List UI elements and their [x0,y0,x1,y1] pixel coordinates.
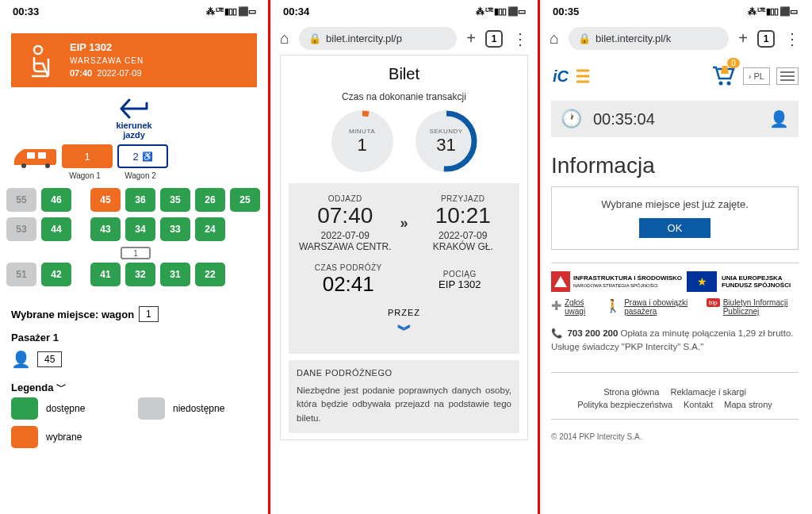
seat[interactable]: 42 [41,263,71,286]
language-selector[interactable]: › PL [743,67,770,85]
seat[interactable]: 44 [41,217,71,241]
seat[interactable]: 36 [125,188,155,212]
transaction-timer-label: Czas na dokonanie transakcji [281,91,527,102]
seat[interactable]: 26 [195,188,225,212]
bip-icon: bip [707,298,720,307]
hamburger-menu[interactable] [776,67,799,85]
seat[interactable]: 33 [160,217,190,241]
seat: 53 [6,217,36,241]
funding-text: UNIA EUROPEJSKA [722,274,783,282]
cart-button[interactable]: 0 [710,63,737,90]
seat-selected[interactable]: 45 [90,188,121,212]
tab-count[interactable]: 1 [757,30,775,48]
passenger-seat-number: 45 [37,351,62,367]
feedback-icon: ✚ [551,298,561,313]
footer-link[interactable]: Reklamacje i skargi [670,387,745,397]
timer-minutes: MINUTA 1 [331,110,393,172]
home-icon[interactable]: ⌂ [280,29,289,48]
footer-link[interactable]: Strona główna [603,387,659,397]
seat[interactable]: 25 [230,188,260,212]
svg-point-0 [34,46,42,54]
seat-map: 55 46 45 36 35 26 25 53 44 43 34 33 24 1… [0,180,268,300]
status-time: 00:35 [553,6,579,17]
expand-icon[interactable]: ︾ [295,320,513,339]
legend-title[interactable]: Legenda ﹀ [0,372,268,397]
seat[interactable]: 24 [195,217,225,241]
browser-toolbar: ⌂ 🔒 bilet.intercity.pl/k + 1 ⋮ [540,22,810,55]
train-id: EIP 1302 [70,41,246,53]
svg-point-8 [718,82,722,86]
selected-seat-summary: Wybrane miejsce: wagon 1 [0,300,268,328]
journey-header-text: EIP 1302 WARSZAWA CEN 07:40 2022-07-09 [70,41,246,78]
passenger-seat-row: 👤 45 [0,347,268,372]
train-car-selector: 1 2♿ [0,144,268,168]
url-bar[interactable]: 🔒 bilet.intercity.pl/k [569,27,729,50]
cart-count: 0 [727,58,740,68]
status-icons: ⁂ ᴸᵀᴱ ▮▯▯ ⬛▭ [206,6,255,17]
seat: 51 [6,263,36,286]
tab-count[interactable]: 1 [485,30,503,48]
seat[interactable]: 43 [90,217,121,241]
wagon-2-button[interactable]: 2♿ [117,144,168,168]
person-icon: 👤 [11,350,31,369]
seat-icon [22,41,60,79]
lock-icon: 🔒 [308,33,321,44]
feedback-link[interactable]: ✚Zgłoś uwagi [551,298,594,316]
home-icon[interactable]: ⌂ [550,29,559,48]
menu-icon[interactable]: ⋮ [512,29,528,48]
new-tab-icon[interactable]: + [466,29,476,48]
legend-label: niedostępne [173,403,257,414]
clock-icon: 🕐 [561,109,582,129]
seat[interactable]: 34 [125,217,155,241]
rights-link[interactable]: 🚶Prawa i obowiązki pasażera [605,298,695,316]
traveler-text: Niezbędne jest podanie poprawnych danych… [297,384,511,425]
wagon-1-label: Wagon 1 [57,171,113,180]
browser-toolbar: ⌂ 🔒 bilet.intercity.pl/p + 1 ⋮ [270,22,538,55]
ok-button[interactable]: OK [639,218,711,238]
seat[interactable]: 35 [160,188,190,212]
user-icon[interactable]: 👤 [769,109,789,128]
ticket-content: Bilet Czas na dokonanie transakcji MINUT… [280,55,528,440]
intercity-logo[interactable]: iC [551,64,597,88]
departure-label: ODJAZD [295,194,396,203]
seat[interactable]: 41 [90,263,121,286]
legend-swatch-selected [11,426,38,448]
legend-label: dostępne [46,403,130,414]
direction-label: kierunek jazdy [0,121,268,140]
url-text: bilet.intercity.pl/p [326,33,402,44]
wagon-2-label: Wagon 2 [113,171,168,180]
traveler-title: DANE PODRÓŻNEGO [297,368,511,378]
chevron-down-icon: ﹀ [56,380,67,394]
footer-link[interactable]: Mapa strony [724,400,772,409]
svg-point-3 [21,163,26,168]
new-tab-icon[interactable]: + [738,29,748,48]
wagon-labels: Wagon 1 Wagon 2 [0,171,268,180]
seat[interactable]: 46 [41,188,71,212]
departure-time: 07:40 [295,203,396,228]
funding-icon [551,271,570,292]
timer-seconds: SEKUNDY 31 [416,110,477,172]
url-bar[interactable]: 🔒 bilet.intercity.pl/p [299,27,457,50]
departure-station: WARSZAWA CENTR. [295,241,396,252]
direction-indicator: kierunek jazdy [0,98,268,140]
arrival-station: KRAKÓW GŁ. [413,241,514,252]
wagon-1-button[interactable]: 1 [62,144,113,168]
journey-header[interactable]: EIP 1302 WARSZAWA CEN 07:40 2022-07-09 [11,33,257,87]
status-time: 00:34 [283,6,309,17]
seat: 55 [6,188,36,212]
arrival-date: 2022-07-09 [413,230,514,241]
legend: dostępne niedostępne wybrane [0,397,268,448]
table-indicator: 1 [121,247,151,259]
status-icons: ⁂ ᴸᵀᴱ ▮▯▯ ⬛▭ [748,6,797,17]
dep-time: 07:40 [70,68,92,78]
footer-link-icons: ✚Zgłoś uwagi 🚶Prawa i obowiązki pasażera… [540,292,810,322]
bip-link[interactable]: bipBiuletyn Informacji Publicznej [707,298,799,316]
seat[interactable]: 22 [195,263,225,286]
menu-icon[interactable]: ⋮ [784,29,800,48]
footer-link[interactable]: Polityka bezpieczeństwa [577,400,672,409]
seat[interactable]: 31 [160,263,190,286]
seat[interactable]: 32 [125,263,155,286]
divider [551,263,799,263]
panel-ticket-summary: 00:34 ⁂ ᴸᵀᴱ ▮▯▯ ⬛▭ ⌂ 🔒 bilet.intercity.p… [270,0,540,514]
footer-link[interactable]: Kontakt [684,400,713,409]
